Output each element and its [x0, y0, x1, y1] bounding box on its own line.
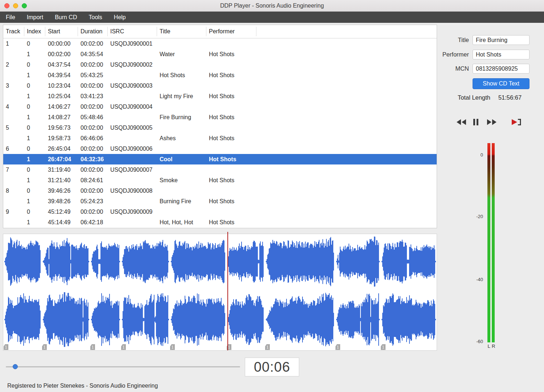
cell-duration: 08:24:61 [78, 175, 108, 185]
cell-title [157, 143, 206, 154]
cell-filler [256, 196, 437, 207]
table-row[interactable]: 139:48:2605:24:23Burning FireHot Shots [3, 196, 437, 207]
cell-start: 26:47:04 [45, 154, 78, 164]
pause-icon[interactable] [473, 118, 479, 127]
total-length-label: Total Length [458, 94, 490, 101]
cell-track: 8 [3, 185, 24, 196]
cell-title [157, 164, 206, 175]
cell-start: 31:21:40 [45, 175, 78, 185]
performer-input[interactable] [473, 50, 529, 59]
cell-title [157, 207, 206, 217]
menu-file[interactable]: File [0, 12, 21, 23]
table-row[interactable]: 4014:06:2700:02:00USQDJ0900004 [3, 101, 437, 112]
cell-isrc [108, 175, 157, 185]
cell-duration: 00:02:00 [78, 122, 108, 133]
menu-import[interactable]: Import [21, 12, 49, 23]
cell-filler [256, 59, 437, 70]
column-header-start[interactable]: Start [45, 27, 78, 36]
cell-start: 00:00:00 [45, 38, 78, 49]
table-row[interactable]: 145:14:4906:42:18Hot, Hot, HotHot Shots [3, 217, 437, 228]
cell-track: 2 [3, 59, 24, 70]
column-header-track[interactable]: Track [3, 27, 24, 36]
cell-isrc [108, 133, 157, 143]
cell-filler [256, 38, 437, 49]
cell-index: 0 [24, 101, 45, 112]
waveform-canvas [3, 234, 437, 350]
table-row[interactable]: 119:58:7306:46:06AshesHot Shots [3, 133, 437, 143]
table-row[interactable]: 6026:45:0400:02:00USQDJ0900006 [3, 143, 437, 154]
cell-duration: 05:24:23 [78, 196, 108, 207]
cell-title [157, 101, 206, 112]
seek-handle[interactable] [13, 364, 18, 369]
minimize-button[interactable] [13, 3, 18, 8]
column-header-index[interactable]: Index [24, 27, 45, 36]
cell-title: Fire Burning [157, 112, 206, 122]
meter-scale-40: -40 [459, 277, 483, 282]
table-row[interactable]: 9045:12:4900:02:00USQDJ0900009 [3, 207, 437, 217]
cell-isrc: USQDJ0900005 [108, 122, 157, 133]
table-row[interactable]: 2004:37:5400:02:00USQDJ0900002 [3, 59, 437, 70]
cell-track [3, 175, 24, 185]
cell-isrc [108, 112, 157, 122]
column-header-title[interactable]: Title [157, 27, 206, 36]
cell-start: 04:39:54 [45, 70, 78, 80]
seek-track[interactable] [6, 366, 240, 367]
window-title: DDP Player - Sonoris Audio Engineering [220, 3, 324, 9]
table-row[interactable]: 5019:56:7300:02:00USQDJ0900005 [3, 122, 437, 133]
cell-index: 1 [24, 196, 45, 207]
menu-burn-cd[interactable]: Burn CD [49, 12, 83, 23]
fast-forward-icon[interactable] [487, 118, 497, 127]
table-row[interactable]: 1000:00:0000:02:00USQDJ0900001 [3, 38, 437, 49]
cell-filler [256, 122, 437, 133]
cell-duration: 00:02:00 [78, 80, 108, 91]
table-row[interactable]: 104:39:5405:43:25Hot ShotsHot Shots [3, 70, 437, 80]
playhead-cursor[interactable] [227, 232, 228, 350]
table-row[interactable]: 110:25:0403:41:23Light my FireHot Shots [3, 91, 437, 101]
cell-start: 26:45:04 [45, 143, 78, 154]
zoom-button[interactable] [22, 3, 27, 8]
transport-controls [456, 117, 522, 128]
cell-isrc [108, 154, 157, 164]
cell-performer: Hot Shots [206, 217, 256, 228]
cell-filler [256, 91, 437, 101]
cell-filler [256, 175, 437, 185]
column-header-duration[interactable]: Duration [78, 27, 108, 36]
table-row[interactable]: 8039:46:2600:02:00USQDJ0900008 [3, 185, 437, 196]
table-row[interactable]: 3010:23:0400:02:00USQDJ0900003 [3, 80, 437, 91]
cell-start: 10:23:04 [45, 80, 78, 91]
show-cd-text-button[interactable]: Show CD Text [473, 78, 529, 89]
seek-slider[interactable] [6, 364, 240, 370]
table-row[interactable]: 114:08:2705:48:46Fire BurningHot Shots [3, 112, 437, 122]
cell-isrc [108, 49, 157, 59]
cell-duration: 06:42:18 [78, 217, 108, 228]
rewind-icon[interactable] [456, 118, 466, 127]
cell-isrc: USQDJ0900009 [108, 207, 157, 217]
mcn-input[interactable] [473, 64, 529, 74]
cell-title [157, 38, 206, 49]
menu-help[interactable]: Help [108, 12, 132, 23]
cell-track: 7 [3, 164, 24, 175]
cell-performer [206, 164, 256, 175]
cell-start: 19:56:73 [45, 122, 78, 133]
cell-track [3, 91, 24, 101]
column-header-isrc[interactable]: ISRC [108, 27, 157, 36]
cell-start: 14:06:27 [45, 101, 78, 112]
cell-duration: 04:32:36 [78, 154, 108, 164]
table-row[interactable]: 131:21:4008:24:61SmokeHot Shots [3, 175, 437, 185]
waveform-panel[interactable]: 111111111 [3, 234, 437, 351]
title-input[interactable] [473, 35, 529, 45]
table-row[interactable]: 100:02:0004:35:54WaterHot Shots [3, 49, 437, 59]
level-meter: 0 -20 -40 -60 L R [459, 143, 506, 360]
cell-performer [206, 122, 256, 133]
menu-tools[interactable]: Tools [83, 12, 108, 23]
column-header-performer[interactable]: Performer [206, 27, 256, 36]
table-row[interactable]: 7031:19:4000:02:00USQDJ0900007 [3, 164, 437, 175]
cell-title: Hot, Hot, Hot [157, 217, 206, 228]
play-to-marker-icon[interactable] [511, 118, 522, 128]
cell-title [157, 59, 206, 70]
close-button[interactable] [4, 3, 9, 8]
total-length-value: 51:56:67 [498, 94, 522, 101]
table-row[interactable]: 126:47:0404:32:36CoolHot Shots [3, 154, 437, 164]
cell-filler [256, 101, 437, 112]
cell-index: 1 [24, 49, 45, 59]
